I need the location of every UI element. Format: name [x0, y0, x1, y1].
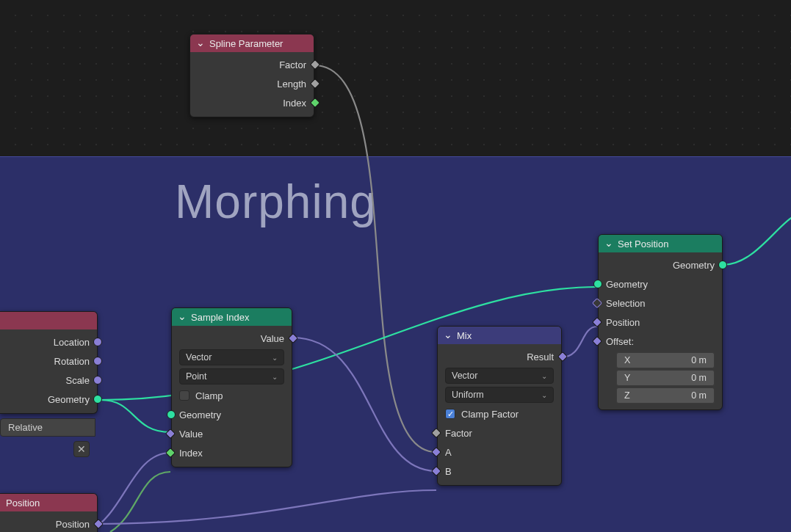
socket-location-out[interactable]: [93, 338, 102, 346]
offset-x-field[interactable]: X0 m: [616, 352, 715, 368]
frame-title: Morphing: [175, 175, 377, 229]
socket-geometry-out[interactable]: [718, 260, 727, 269]
node-header[interactable]: Spline Parameter: [190, 34, 314, 52]
dropdown-caret-icon: ⌄: [272, 373, 278, 381]
socket-scale-out[interactable]: [93, 376, 102, 385]
collapse-chevron-icon[interactable]: [178, 310, 187, 322]
socket-geometry-out[interactable]: [93, 395, 102, 404]
collapse-chevron-icon[interactable]: [196, 37, 205, 48]
node-mix[interactable]: Mix Result Vector⌄ Uniform⌄ Clamp Factor…: [437, 326, 562, 486]
clear-button[interactable]: ✕: [73, 441, 90, 457]
input-index: Index: [172, 443, 292, 462]
node-header[interactable]: Position: [0, 494, 97, 511]
node-title: Sample Index: [191, 312, 250, 323]
input-factor: Factor: [438, 423, 561, 442]
node-set-position[interactable]: Set Position Geometry Geometry Selection…: [598, 234, 723, 410]
collapse-chevron-icon[interactable]: [604, 237, 613, 249]
input-value: Value: [172, 424, 292, 443]
input-offset-label: Offset:: [599, 332, 722, 351]
dropdown-caret-icon: ⌄: [541, 372, 547, 380]
node-header[interactable]: Set Position: [599, 235, 722, 252]
node-header[interactable]: [0, 312, 97, 329]
node-header[interactable]: Sample Index: [172, 308, 292, 326]
output-geometry: Geometry: [48, 394, 90, 405]
checkbox-clamp[interactable]: [179, 390, 189, 401]
collapse-chevron-icon[interactable]: [444, 329, 452, 340]
select-domain[interactable]: Point⌄: [179, 368, 284, 385]
checkbox-clamp-factor[interactable]: [445, 409, 455, 419]
output-location: Location: [54, 337, 90, 348]
output-result: Result: [438, 347, 561, 366]
node-title: Position: [6, 498, 40, 509]
input-geometry: Geometry: [172, 405, 292, 424]
node-position[interactable]: Position Position: [0, 493, 98, 532]
offset-y-field[interactable]: Y0 m: [616, 370, 715, 386]
select-mix-mode[interactable]: Uniform⌄: [445, 387, 554, 403]
input-a: A: [438, 442, 561, 462]
node-sample-index[interactable]: Sample Index Value Vector⌄ Point⌄ Clamp …: [171, 307, 292, 467]
socket-rotation-out[interactable]: [93, 357, 102, 365]
node-spline-parameter[interactable]: Spline Parameter Factor Length Index: [189, 34, 314, 117]
clamp-checkbox-row[interactable]: Clamp: [172, 386, 292, 405]
dropdown-caret-icon: ⌄: [272, 354, 278, 362]
input-position: Position: [599, 313, 722, 332]
input-selection: Selection: [599, 294, 722, 313]
offset-z-field[interactable]: Z0 m: [616, 387, 715, 404]
node-title: Spline Parameter: [209, 38, 283, 49]
select-data-type[interactable]: Vector⌄: [179, 349, 284, 365]
offset-vector-group: X0 m Y0 m Z0 m: [599, 351, 722, 405]
input-geometry: Geometry: [599, 274, 722, 294]
relative-toggle[interactable]: Relative: [0, 418, 95, 437]
node-header[interactable]: Mix: [438, 327, 561, 344]
node-partial-instance[interactable]: Location Rotation Scale Geometry: [0, 311, 98, 414]
node-title: Set Position: [618, 238, 668, 249]
node-title: Mix: [457, 330, 472, 341]
dropdown-caret-icon: ⌄: [541, 391, 547, 399]
output-scale: Scale: [65, 375, 90, 386]
clamp-factor-row[interactable]: Clamp Factor: [438, 404, 561, 423]
output-position: Position: [56, 519, 90, 530]
socket-geometry-in[interactable]: [167, 410, 176, 419]
output-index: Index: [190, 93, 314, 112]
output-rotation: Rotation: [54, 356, 90, 367]
select-mix-type[interactable]: Vector⌄: [445, 368, 554, 384]
output-value: Value: [172, 329, 292, 348]
input-b: B: [438, 462, 561, 481]
socket-geometry-in[interactable]: [593, 280, 602, 288]
output-factor: Factor: [190, 55, 314, 74]
output-length: Length: [190, 74, 314, 93]
output-geometry: Geometry: [599, 255, 722, 274]
